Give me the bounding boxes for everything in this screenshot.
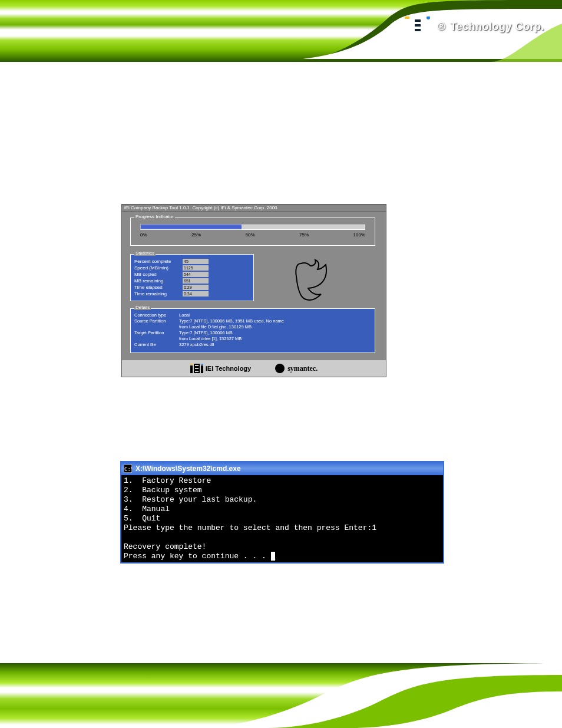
brand-logo: ® Technology Corp.: [405, 17, 544, 37]
cmd-window: C:\ X:\Windows\System32\cmd.exe 1. Facto…: [120, 461, 444, 564]
svg-point-15: [201, 364, 203, 365]
details-group: Details Connection typeLocal Source Part…: [130, 308, 375, 353]
svg-text:C:\: C:\: [124, 466, 132, 472]
dialog-brand-row: iEi Technology symantec.: [122, 360, 386, 377]
cmd-line: 5. Quit: [124, 514, 160, 523]
progress-legend: Progress Indicator: [134, 214, 175, 219]
svg-rect-5: [415, 29, 421, 31]
svg-rect-9: [190, 364, 193, 365]
progress-ticks: 0% 25% 50% 75% 100%: [140, 232, 365, 238]
brand-reg: ®: [438, 21, 446, 33]
stats-legend: Statistics: [134, 251, 156, 256]
tick: 50%: [246, 232, 255, 238]
svg-rect-13: [195, 371, 199, 372]
progress-group: Progress Indicator 0% 25% 50% 75% 100%: [130, 218, 375, 246]
symantec-icon: [275, 363, 285, 374]
svg-rect-3: [415, 19, 421, 22]
svg-rect-8: [190, 365, 193, 373]
dialog-title: iEi Company Backup Tool 1.0.1. Copyright…: [122, 205, 386, 212]
stat-row: Time remaining0:34: [131, 291, 253, 297]
svg-rect-14: [201, 365, 203, 373]
progress-fill: [141, 225, 242, 229]
cmd-line: Press any key to continue . . .: [124, 552, 271, 561]
tick: 0%: [140, 232, 147, 238]
iei-small-icon: [190, 364, 203, 373]
svg-point-16: [275, 364, 285, 373]
cmd-line: Recovery complete!: [124, 542, 206, 551]
tick: 100%: [353, 232, 365, 238]
detail-row: Connection typeLocal: [131, 312, 375, 318]
cmd-line: 3. Restore your last backup.: [124, 495, 257, 504]
details-legend: Details: [134, 305, 151, 310]
stat-row: Speed (MB/min)1125: [131, 265, 253, 271]
svg-rect-1: [405, 17, 409, 19]
cmd-titlebar: C:\ X:\Windows\System32\cmd.exe: [121, 462, 443, 475]
svg-rect-11: [195, 365, 199, 366]
cmd-line: 2. Backup system: [124, 486, 202, 495]
detail-row: Source PartitionType:7 [NTFS], 100006 MB…: [131, 318, 375, 324]
ghost-icon: [294, 259, 332, 301]
stat-row: MB remaining651: [131, 278, 253, 284]
svg-rect-6: [426, 20, 431, 34]
brand-symantec-text: symantec.: [287, 364, 318, 373]
stat-row: Percent complete45: [131, 258, 253, 265]
stat-row: Time elapsed0:29: [131, 284, 253, 291]
svg-point-7: [427, 17, 430, 19]
footer-swoosh: [197, 663, 562, 728]
cmd-icon: C:\: [124, 465, 132, 473]
tick: 75%: [299, 232, 309, 238]
brand-iei: iEi Technology: [190, 364, 251, 373]
detail-row: from Local file D:\iei.gho, 130129 MB: [131, 324, 375, 330]
iei-logo-icon: [405, 17, 433, 37]
tick: 25%: [191, 232, 201, 238]
cmd-body[interactable]: 1. Factory Restore 2. Backup system 3. R…: [121, 475, 443, 562]
detail-row: Target PartitionType:7 [NTFS], 100006 MB: [131, 330, 375, 336]
backup-dialog: iEi Company Backup Tool 1.0.1. Copyright…: [121, 204, 386, 377]
cmd-line: 1. Factory Restore: [124, 476, 211, 485]
cmd-title-text: X:\Windows\System32\cmd.exe: [135, 465, 241, 473]
svg-rect-0: [405, 20, 409, 34]
svg-rect-12: [195, 368, 199, 369]
brand-text: Technology Corp.: [450, 21, 544, 33]
brand-symantec: symantec.: [275, 363, 318, 374]
cmd-line: Please type the number to select and the…: [124, 523, 376, 532]
cmd-line: 4. Manual: [124, 505, 170, 513]
brand-iei-text: iEi Technology: [206, 365, 251, 372]
cmd-cursor: _: [271, 552, 276, 561]
stats-group: Statistics Percent complete45 Speed (MB/…: [130, 254, 254, 301]
svg-rect-4: [415, 24, 421, 27]
detail-row: from Local drive [1], 152627 MB: [131, 336, 375, 342]
progress-bar: [140, 224, 365, 230]
stat-row: MB copied544: [131, 271, 253, 278]
detail-row: Current file3279 xpob2res.dll: [131, 342, 375, 348]
